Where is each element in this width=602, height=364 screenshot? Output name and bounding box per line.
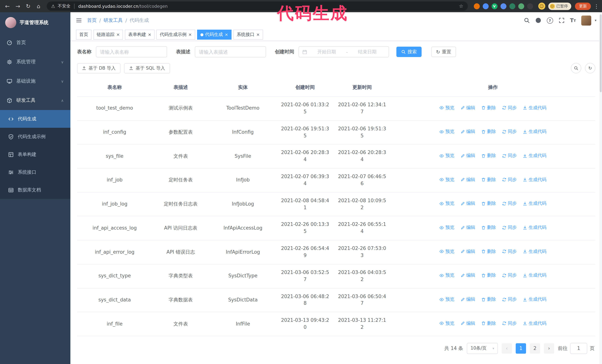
bookmark-star-icon[interactable]: ☆ <box>459 3 463 9</box>
generate-code-link[interactable]: 生成代码 <box>523 296 547 303</box>
date-range-picker[interactable]: 开始日期 - 结束日期 <box>299 46 389 57</box>
url-text[interactable]: dashboard.yudao.iocoder.cn/tool/codegen <box>78 3 168 9</box>
scrollbar-thumb[interactable] <box>600 14 602 92</box>
delete-link[interactable]: 删除 <box>481 224 496 231</box>
preview-link[interactable]: 预览 <box>440 200 454 207</box>
sync-link[interactable]: 同步 <box>502 248 517 255</box>
toggle-search-button[interactable] <box>571 63 581 73</box>
table-desc-input[interactable] <box>195 46 266 57</box>
sidebar-item-codegen-example[interactable]: 代码生成示例 <box>0 128 70 146</box>
extension-icon[interactable] <box>509 3 515 9</box>
tab-codegen-example[interactable]: 代码生成示例 × <box>157 30 195 40</box>
next-page-button[interactable]: › <box>544 343 554 354</box>
preview-link[interactable]: 预览 <box>440 153 454 159</box>
delete-link[interactable]: 删除 <box>481 272 496 279</box>
sync-link[interactable]: 同步 <box>502 177 517 183</box>
tab-trace[interactable]: 链路追踪 × <box>93 30 123 40</box>
fullscreen-icon[interactable] <box>559 17 565 23</box>
edit-link[interactable]: 编辑 <box>460 248 475 255</box>
reset-button[interactable]: ↻ 重置 <box>431 47 456 57</box>
breadcrumb-item[interactable]: 研发工具 <box>104 17 123 24</box>
extension-icon[interactable] <box>474 3 480 9</box>
import-sql-button[interactable]: 基于 SQL 导入 <box>124 63 170 73</box>
help-icon[interactable]: ? <box>547 17 553 23</box>
hamburger-icon[interactable] <box>76 17 82 23</box>
forward-icon[interactable]: → <box>13 2 22 10</box>
end-date-placeholder[interactable]: 结束日期 <box>349 49 386 55</box>
close-icon[interactable]: × <box>225 32 228 37</box>
delete-link[interactable]: 删除 <box>481 296 496 303</box>
table-name-input[interactable] <box>96 46 167 57</box>
edit-link[interactable]: 编辑 <box>460 129 475 135</box>
generate-code-link[interactable]: 生成代码 <box>523 177 547 183</box>
preview-link[interactable]: 预览 <box>440 177 454 183</box>
generate-code-link[interactable]: 生成代码 <box>523 129 547 135</box>
sidebar-item-db-doc[interactable]: 数据库文档 <box>0 181 70 199</box>
edit-link[interactable]: 编辑 <box>460 320 475 327</box>
tab-codegen[interactable]: 代码生成 × <box>197 30 231 40</box>
browser-update-button[interactable]: 更新 <box>575 2 591 10</box>
generate-code-link[interactable]: 生成代码 <box>523 224 547 231</box>
preview-link[interactable]: 预览 <box>440 296 454 303</box>
prev-page-button[interactable]: ‹ <box>502 343 512 354</box>
delete-link[interactable]: 删除 <box>481 200 496 207</box>
sidebar-logo[interactable]: 芋道管理系统 <box>0 12 70 33</box>
page-size-select[interactable]: 10条/页 ▾ <box>467 343 498 354</box>
close-icon[interactable]: × <box>116 32 120 37</box>
search-icon[interactable] <box>524 17 530 23</box>
browser-menu-icon[interactable]: ⋮ <box>594 3 599 9</box>
page-button[interactable]: 2 <box>530 343 540 354</box>
goto-page-input[interactable] <box>570 343 587 354</box>
reload-icon[interactable]: ↻ <box>24 2 32 10</box>
preview-link[interactable]: 预览 <box>440 224 454 231</box>
address-bar[interactable]: ⚠ 不安全 dashboard.yudao.iocoder.cn/tool/co… <box>47 1 468 11</box>
search-button[interactable]: 搜索 <box>396 47 422 57</box>
tab-home[interactable]: 首页 <box>76 30 92 40</box>
sync-link[interactable]: 同步 <box>502 272 517 279</box>
import-db-button[interactable]: 基于 DB 导入 <box>77 63 120 73</box>
github-icon[interactable] <box>535 17 541 23</box>
extension-icon[interactable] <box>483 3 488 9</box>
delete-link[interactable]: 删除 <box>481 104 496 111</box>
edit-link[interactable]: 编辑 <box>460 296 475 303</box>
delete-link[interactable]: 删除 <box>481 177 496 183</box>
home-icon[interactable]: ⌂ <box>34 2 43 10</box>
sync-link[interactable]: 同步 <box>502 129 517 135</box>
preview-link[interactable]: 预览 <box>440 129 454 135</box>
sync-link[interactable]: 同步 <box>502 224 517 231</box>
breadcrumb-item[interactable]: 代码生成 <box>130 17 149 24</box>
tab-form-build[interactable]: 表单构建 × <box>125 30 154 40</box>
preview-link[interactable]: 预览 <box>440 248 454 255</box>
sidebar-item-codegen[interactable]: 代码生成 <box>0 110 70 128</box>
edit-link[interactable]: 编辑 <box>460 200 475 207</box>
close-icon[interactable]: × <box>256 32 260 37</box>
sidebar-item-api[interactable]: 系统接口 <box>0 163 70 181</box>
delete-link[interactable]: 删除 <box>481 320 496 327</box>
breadcrumb-item[interactable]: 首页 <box>87 17 97 24</box>
edit-link[interactable]: 编辑 <box>460 153 475 159</box>
refresh-table-button[interactable]: ↻ <box>585 63 595 73</box>
tab-api[interactable]: 系统接口 × <box>233 30 263 40</box>
sidebar-item-home[interactable]: 首页 <box>0 33 70 52</box>
generate-code-link[interactable]: 生成代码 <box>523 200 547 207</box>
sidebar-item-system[interactable]: 系统管理 ∨ <box>0 52 70 72</box>
extension-icon[interactable] <box>500 3 506 9</box>
edit-link[interactable]: 编辑 <box>460 272 475 279</box>
generate-code-link[interactable]: 生成代码 <box>523 248 547 255</box>
sidebar-item-form-build[interactable]: 表单构建 <box>0 146 70 163</box>
generate-code-link[interactable]: 生成代码 <box>523 320 547 327</box>
sidebar-item-infra[interactable]: 基础设施 ∨ <box>0 72 70 91</box>
delete-link[interactable]: 删除 <box>481 248 496 255</box>
edit-link[interactable]: 编辑 <box>460 177 475 183</box>
sync-link[interactable]: 同步 <box>502 296 517 303</box>
preview-link[interactable]: 预览 <box>440 320 454 327</box>
generate-code-link[interactable]: 生成代码 <box>523 104 547 111</box>
sidebar-item-devtools[interactable]: 研发工具 ∧ <box>0 91 70 110</box>
start-date-placeholder[interactable]: 开始日期 <box>309 49 345 55</box>
close-icon[interactable]: × <box>148 32 151 37</box>
browser-profile-avatar[interactable]: ☺ <box>538 3 545 10</box>
delete-link[interactable]: 删除 <box>481 153 496 159</box>
edit-link[interactable]: 编辑 <box>460 104 475 111</box>
user-avatar[interactable] <box>581 15 591 25</box>
delete-link[interactable]: 删除 <box>481 129 496 135</box>
